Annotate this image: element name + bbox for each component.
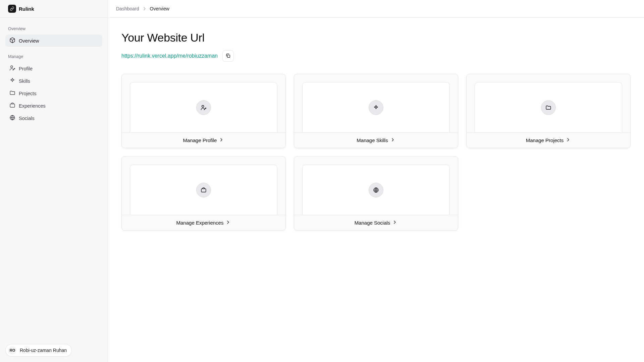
card-manage-projects[interactable]: Manage Projects [466,74,631,148]
card-label: Manage Projects [526,137,564,143]
breadcrumb-root[interactable]: Dashboard [116,6,139,11]
nav-item-label: Overview [19,38,39,44]
sidebar-nav: Overview Overview Manage Profile Skills [0,18,108,339]
page-title: Your Website Url [121,31,631,44]
content: Your Website Url https://rulink.vercel.a… [108,18,644,362]
user-name: Robi-uz-zaman Ruhan [20,348,67,353]
briefcase-icon [196,183,211,197]
box-icon [9,37,15,44]
user-edit-icon [9,65,15,72]
nav-item-skills[interactable]: Skills [5,75,102,87]
nav-item-label: Profile [19,66,33,71]
globe-icon [9,115,15,122]
sparkle-icon [9,77,15,84]
copy-url-button[interactable] [222,50,234,62]
card-manage-skills[interactable]: Manage Skills [294,74,458,148]
nav-item-experiences[interactable]: Experiences [5,100,102,112]
sidebar-footer: RO Robi-uz-zaman Ruhan [0,339,108,362]
user-menu-button[interactable]: RO Robi-uz-zaman Ruhan [5,344,72,357]
chevron-right-icon [225,220,231,226]
svg-point-0 [11,66,13,68]
brand-name: Rulink [19,6,34,12]
svg-point-4 [202,105,204,107]
svg-rect-3 [227,55,230,57]
website-url-link[interactable]: https://rulink.vercel.app/me/robiuzzaman [121,53,218,59]
nav-item-label: Skills [19,78,30,84]
cards-grid: Manage Profile Manage Skills Manage Proj… [121,74,631,231]
globe-icon [369,183,383,197]
card-label: Manage Experiences [176,220,224,226]
copy-icon [225,53,231,59]
nav-item-overview[interactable]: Overview [5,35,102,47]
sparkle-icon [369,100,383,115]
nav-item-label: Socials [19,116,35,121]
card-manage-experiences[interactable]: Manage Experiences [121,156,286,231]
nav-item-label: Experiences [19,103,46,109]
chevron-right-icon [392,220,397,226]
chevron-right-icon [219,137,224,143]
user-edit-icon [196,100,211,115]
nav-item-label: Projects [19,91,36,96]
card-label: Manage Skills [357,137,388,143]
main: Dashboard Overview Your Website Url http… [108,0,644,362]
card-manage-socials[interactable]: Manage Socials [294,156,458,231]
card-label: Manage Profile [183,137,217,143]
svg-rect-5 [201,189,206,192]
nav-section-manage-label: Manage [5,53,102,62]
card-label: Manage Socials [355,220,390,226]
breadcrumb-current: Overview [150,6,169,11]
chevron-right-icon [566,137,571,143]
sidebar-header: Rulink [0,0,108,18]
nav-item-projects[interactable]: Projects [5,87,102,100]
logo-icon [8,5,16,13]
svg-rect-1 [10,104,15,107]
breadcrumb-bar: Dashboard Overview [108,0,644,18]
nav-item-profile[interactable]: Profile [5,62,102,75]
briefcase-icon [9,102,15,109]
avatar: RO [8,346,16,354]
sidebar: Rulink Overview Overview Manage Profile … [0,0,108,362]
nav-section-overview-label: Overview [5,25,102,35]
chevron-right-icon [390,137,395,143]
url-row: https://rulink.vercel.app/me/robiuzzaman [121,50,631,62]
folder-icon [541,100,556,115]
chevron-right-icon [142,6,147,11]
nav-item-socials[interactable]: Socials [5,112,102,124]
card-manage-profile[interactable]: Manage Profile [121,74,286,148]
folder-icon [9,90,15,97]
